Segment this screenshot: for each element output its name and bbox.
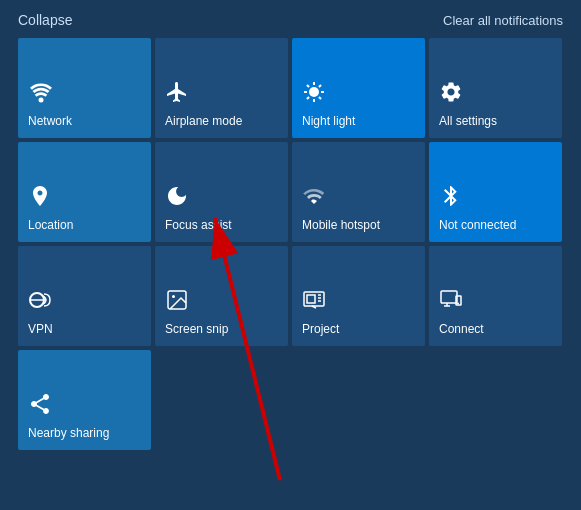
svg-line-8 — [307, 97, 309, 99]
connect-icon — [439, 288, 463, 316]
tile-connect-label: Connect — [439, 322, 484, 336]
tile-not-connected[interactable]: Not connected — [429, 142, 562, 242]
quick-actions-grid: Network Airplane mode Night light — [0, 38, 581, 450]
project-icon — [302, 288, 326, 316]
tile-vpn-label: VPN — [28, 322, 53, 336]
gear-icon — [439, 80, 463, 108]
svg-rect-15 — [307, 295, 315, 303]
tile-location-label: Location — [28, 218, 73, 232]
vpn-icon — [28, 288, 52, 316]
svg-point-0 — [39, 97, 44, 102]
tile-all-settings-label: All settings — [439, 114, 497, 128]
top-bar: Collapse Clear all notifications — [0, 0, 581, 38]
svg-line-6 — [307, 85, 309, 87]
bluetooth-icon — [439, 184, 463, 212]
tile-project-label: Project — [302, 322, 339, 336]
share-icon — [28, 392, 52, 420]
tile-network-label: Network — [28, 114, 72, 128]
tile-focus-assist-label: Focus assist — [165, 218, 232, 232]
svg-point-13 — [172, 295, 175, 298]
tile-screen-snip-label: Screen snip — [165, 322, 228, 336]
tile-focus-assist[interactable]: Focus assist — [155, 142, 288, 242]
clear-notifications-button[interactable]: Clear all notifications — [443, 13, 563, 28]
tile-project[interactable]: Project — [292, 246, 425, 346]
tile-vpn[interactable]: VPN — [18, 246, 151, 346]
svg-point-1 — [309, 87, 319, 97]
location-icon — [28, 184, 52, 212]
snip-icon — [165, 288, 189, 316]
tile-night-light-label: Night light — [302, 114, 355, 128]
tile-nearby-sharing[interactable]: Nearby sharing — [18, 350, 151, 450]
night-light-icon — [302, 80, 326, 108]
tile-location[interactable]: Location — [18, 142, 151, 242]
svg-line-7 — [319, 97, 321, 99]
tile-network[interactable]: Network — [18, 38, 151, 138]
network-icon — [28, 82, 54, 108]
hotspot-icon — [302, 184, 326, 212]
tile-mobile-hotspot[interactable]: Mobile hotspot — [292, 142, 425, 242]
svg-rect-20 — [441, 291, 457, 303]
tile-mobile-hotspot-label: Mobile hotspot — [302, 218, 380, 232]
collapse-button[interactable]: Collapse — [18, 12, 72, 28]
tile-nearby-sharing-label: Nearby sharing — [28, 426, 109, 440]
tile-all-settings[interactable]: All settings — [429, 38, 562, 138]
svg-line-9 — [319, 85, 321, 87]
tile-screen-snip[interactable]: Screen snip — [155, 246, 288, 346]
tile-airplane-label: Airplane mode — [165, 114, 242, 128]
tile-connect[interactable]: Connect — [429, 246, 562, 346]
airplane-icon — [165, 80, 189, 108]
tile-night-light[interactable]: Night light — [292, 38, 425, 138]
moon-icon — [165, 184, 189, 212]
tile-airplane-mode[interactable]: Airplane mode — [155, 38, 288, 138]
tile-not-connected-label: Not connected — [439, 218, 516, 232]
